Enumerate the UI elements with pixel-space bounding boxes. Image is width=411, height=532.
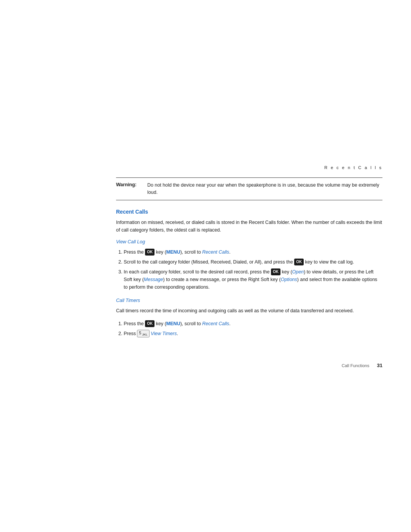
content-area: R e c e n t C a l l s Warning: Do not ho…: [116, 164, 382, 344]
timer-step1-text1: Press the: [124, 321, 145, 326]
view-timers-link: View Timers: [151, 331, 177, 336]
warning-label: Warning:: [116, 182, 143, 196]
ok-key-4: OK: [145, 320, 155, 327]
step1-text2: key (: [156, 249, 166, 255]
warning-text: Do not hold the device near your ear whe…: [147, 182, 382, 196]
recent-calls-link-2: Recent Calls: [202, 321, 229, 326]
call-timers-body: Call timers record the time of incoming …: [116, 307, 382, 315]
view-call-log-heading: View Call Log: [116, 239, 382, 244]
timer-step-2: Press 5 JKL View Timers.: [124, 330, 382, 338]
options-link: Options: [281, 277, 297, 282]
step1-text1: Press the: [124, 249, 145, 255]
page-header: R e c e n t C a l l s: [116, 164, 382, 171]
timer-step1-end: .: [229, 321, 230, 326]
view-call-log-steps: Press the OK key (MENU), scroll to Recen…: [116, 248, 382, 291]
timer-step1-text2: key (: [156, 321, 166, 326]
timer-step-1: Press the OK key (MENU), scroll to Recen…: [124, 320, 382, 328]
ok-key-3: OK: [271, 268, 280, 275]
recent-calls-heading: Recent Calls: [116, 209, 382, 215]
step-3: In each call category folder, scroll to …: [124, 268, 382, 291]
call-timers-heading: Call Timers: [116, 298, 382, 303]
recent-calls-link-1: Recent Calls: [202, 249, 229, 255]
recent-calls-body: Information on missed, received, or dial…: [116, 219, 382, 234]
step-1: Press the OK key (MENU), scroll to Recen…: [124, 248, 382, 256]
step3-text1: In each call category folder, scroll to …: [124, 269, 271, 275]
timer-step1-text3: ), scroll to: [180, 321, 202, 326]
page-footer: Call Functions 31: [116, 363, 382, 368]
num-key-5: 5 JKL: [137, 330, 149, 337]
open-link: Open: [292, 269, 304, 275]
footer-label: Call Functions: [342, 363, 370, 368]
page-header-title: R e c e n t C a l l s: [324, 165, 382, 170]
footer-page-number: 31: [377, 363, 382, 368]
timer-step2-text1: Press: [124, 331, 137, 336]
message-link: Message: [144, 277, 163, 282]
call-timers-steps: Press the OK key (MENU), scroll to Recen…: [116, 320, 382, 338]
step1-text3: ), scroll to: [180, 249, 202, 255]
ok-key-1: OK: [145, 249, 155, 256]
step1-end: .: [229, 249, 230, 255]
page-container: R e c e n t C a l l s Warning: Do not ho…: [0, 0, 411, 532]
step2-text: Scroll to the call category folder (Miss…: [124, 259, 294, 265]
menu-link-1: MENU: [166, 249, 180, 255]
step2-text2: key to view the call log.: [304, 259, 354, 265]
timer-step2-end: .: [177, 331, 178, 336]
menu-link-2: MENU: [166, 321, 180, 326]
ok-key-2: OK: [294, 259, 304, 265]
step3-text2: key (: [280, 269, 292, 275]
step-2: Scroll to the call category folder (Miss…: [124, 258, 382, 266]
warning-box: Warning: Do not hold the device near you…: [116, 177, 382, 200]
step3-text4: ) to create a new message, or press the …: [163, 277, 281, 282]
